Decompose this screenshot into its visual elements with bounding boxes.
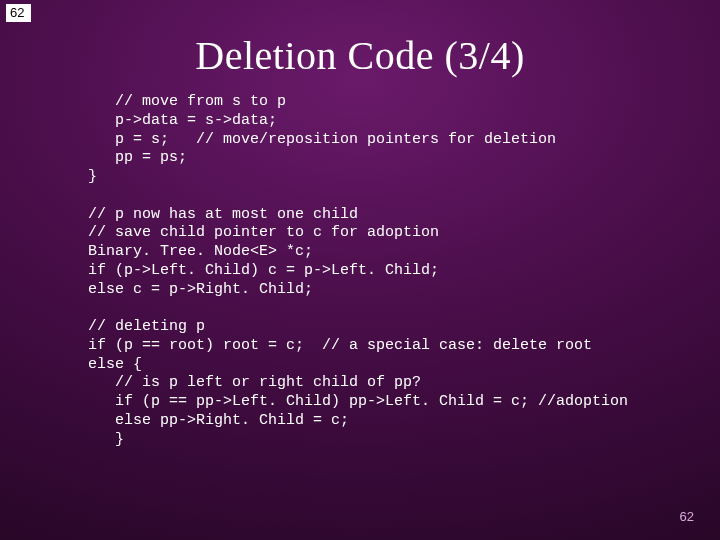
slide-corner-number: 62 [6,4,31,22]
code-line: if (p == root) root = c; // a special ca… [88,337,592,354]
code-line: // p now has at most one child [88,206,358,223]
code-line: else c = p->Right. Child; [88,281,313,298]
code-line: // move from s to p [88,93,286,110]
code-line: // is p left or right child of pp? [88,374,421,391]
code-line: pp = ps; [88,149,187,166]
code-line: // deleting p [88,318,205,335]
code-line: } [88,431,124,448]
code-line: else { [88,356,142,373]
code-line: if (p->Left. Child) c = p->Left. Child; [88,262,439,279]
code-line: p->data = s->data; [88,112,277,129]
slide-footer-number: 62 [680,509,694,524]
code-line: if (p == pp->Left. Child) pp->Left. Chil… [88,393,628,410]
code-block-1: // move from s to p p->data = s->data; p… [88,93,690,449]
slide-title: Deletion Code (3/4) [0,32,720,79]
code-line: else pp->Right. Child = c; [88,412,349,429]
code-line: p = s; // move/reposition pointers for d… [88,131,556,148]
code-line: } [88,168,97,185]
code-line: Binary. Tree. Node<E> *c; [88,243,313,260]
code-line: // save child pointer to c for adoption [88,224,439,241]
